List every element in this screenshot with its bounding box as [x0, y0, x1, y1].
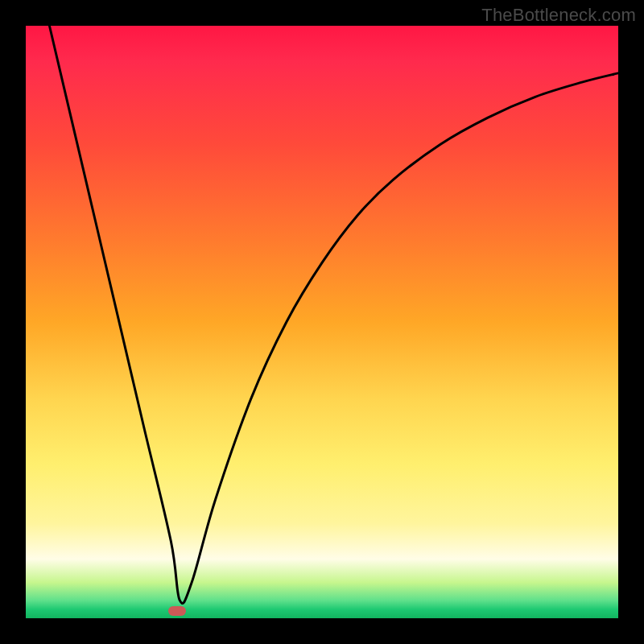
chart-frame: TheBottleneck.com [0, 0, 644, 644]
plot-area [26, 26, 618, 618]
min-marker [168, 606, 186, 616]
watermark-text: TheBottleneck.com [481, 5, 636, 26]
bottleneck-curve [26, 26, 618, 618]
